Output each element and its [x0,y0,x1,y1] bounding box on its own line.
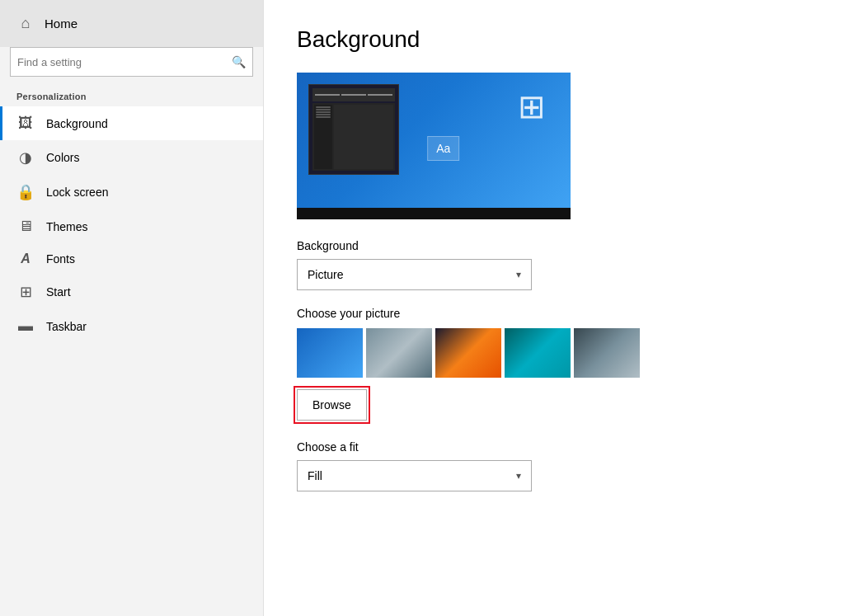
picture-thumb-1[interactable] [297,328,363,378]
sidebar-item-themes-label: Themes [46,220,88,233]
background-dropdown[interactable]: Picture ▾ [297,259,532,290]
lock-icon: 🔒 [16,183,35,201]
preview-taskbar [297,208,571,219]
preview-desktop: Aa ⊞ [297,73,571,219]
sidebar: ⌂ Home 🔍 Personalization 🖼 Background ◑ … [0,0,264,616]
start-icon: ⊞ [16,283,35,301]
sidebar-item-start-label: Start [46,285,71,299]
themes-icon: 🖥 [16,218,35,235]
sidebar-section-label: Personalization [0,85,263,106]
taskbar-icon: ▬ [16,317,35,335]
choose-picture-label: Choose your picture [297,307,822,320]
background-dropdown-value: Picture [308,268,344,281]
sidebar-home-label: Home [45,16,78,31]
preview-window [308,84,399,175]
sidebar-item-taskbar[interactable]: ▬ Taskbar [0,309,263,343]
sidebar-item-colors-label: Colors [46,151,79,164]
sidebar-item-colors[interactable]: ◑ Colors [0,140,263,175]
sidebar-item-background-label: Background [46,117,108,130]
sidebar-item-start[interactable]: ⊞ Start [0,275,263,309]
choose-fit-label: Choose a fit [297,440,822,454]
search-input[interactable] [17,56,232,68]
picture-thumb-2[interactable] [366,328,432,378]
preview-aa-box: Aa [427,136,459,161]
page-title: Background [297,26,822,53]
background-section-label: Background [297,239,822,252]
fit-chevron-down-icon: ▾ [516,470,521,482]
preview-windows-logo: ⊞ [518,87,546,125]
sidebar-home-button[interactable]: ⌂ Home [0,0,263,47]
sidebar-item-taskbar-label: Taskbar [46,320,87,333]
picture-thumb-5[interactable] [574,328,640,378]
picture-thumb-3[interactable] [435,328,501,378]
sidebar-item-fonts[interactable]: A Fonts [0,243,263,275]
sidebar-item-lock-label: Lock screen [46,186,108,199]
picture-thumb-4[interactable] [505,328,571,378]
chevron-down-icon: ▾ [516,269,521,280]
colors-icon: ◑ [16,148,35,167]
sidebar-item-background[interactable]: 🖼 Background [0,106,263,140]
sidebar-item-themes[interactable]: 🖥 Themes [0,209,263,243]
fit-dropdown[interactable]: Fill ▾ [297,460,532,491]
search-icon: 🔍 [232,55,246,68]
home-icon: ⌂ [16,15,35,32]
main-content: Background [264,0,855,616]
picture-grid [297,328,822,378]
sidebar-item-fonts-label: Fonts [46,252,75,266]
background-preview: Aa ⊞ [297,73,571,219]
fonts-icon: A [16,252,35,266]
search-box[interactable]: 🔍 [10,47,253,77]
browse-button[interactable]: Browse [297,389,367,421]
fit-dropdown-value: Fill [308,469,322,482]
background-icon: 🖼 [16,115,35,132]
sidebar-item-lock-screen[interactable]: 🔒 Lock screen [0,175,263,209]
